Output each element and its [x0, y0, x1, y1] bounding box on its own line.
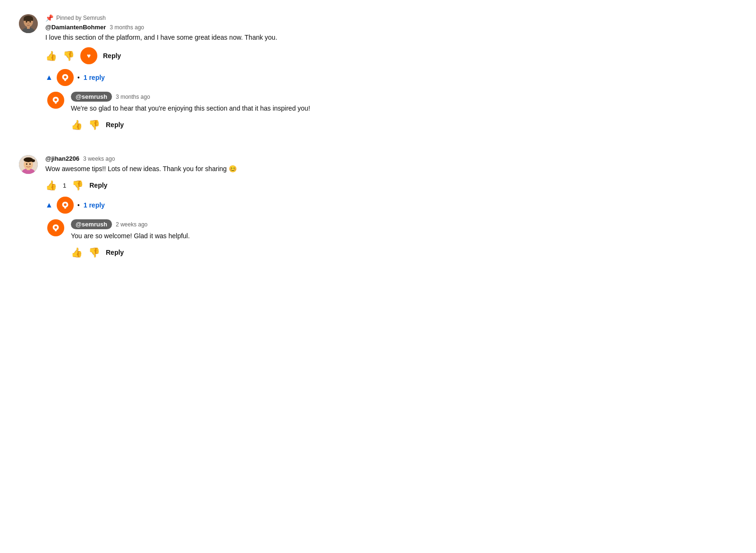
comment-2: @jihan2206 3 weeks ago Wow awesome tips!…: [19, 155, 737, 271]
svg-point-19: [31, 159, 35, 162]
svg-point-20: [26, 164, 27, 165]
semrush-avatar-toggle-2: [57, 197, 74, 214]
thumbs-down-button-2[interactable]: 👎: [72, 179, 84, 192]
reply-1-timestamp: 3 months ago: [116, 94, 150, 100]
thumbs-up-reply-1[interactable]: 👍: [71, 118, 83, 131]
replies-count-2[interactable]: 1 reply: [84, 201, 105, 209]
svg-rect-8: [27, 26, 30, 29]
timestamp-comment-2: 3 weeks ago: [83, 156, 115, 162]
reply-1: @semrush 3 months ago We're so glad to h…: [45, 92, 737, 136]
svg-rect-3: [24, 18, 33, 21]
avatar-damiantenbohmer: [19, 14, 38, 33]
pin-icon: 📌: [45, 14, 53, 22]
like-count-2: 1: [63, 182, 66, 189]
semrush-avatar-reply-1: [47, 92, 64, 109]
pinned-by-text: Pinned by Semrush: [56, 15, 106, 21]
reply-2-timestamp: 2 weeks ago: [116, 221, 147, 228]
svg-point-23: [64, 203, 67, 206]
reply-2-body: @semrush 2 weeks ago You are so welcome!…: [71, 219, 737, 264]
svg-point-12: [54, 98, 57, 101]
semrush-badge-2: @semrush: [71, 219, 112, 229]
reply-2-actions: 👍 👎 Reply: [71, 246, 737, 259]
comment-section: 📌 Pinned by Semrush @DamiantenBohmer 3 m…: [19, 9, 737, 287]
reply-button-reply-2[interactable]: Reply: [106, 247, 124, 258]
heart-reaction-1[interactable]: [80, 47, 97, 64]
thumbs-up-icon-reply-1: 👍: [71, 120, 83, 130]
thumbs-up-icon-reply-2: 👍: [71, 248, 83, 257]
thumbs-down-icon-reply-2: 👎: [88, 248, 100, 257]
thumbs-up-button-1[interactable]: 👍: [45, 49, 57, 62]
semrush-avatar-toggle-1: [57, 69, 74, 86]
comment-1-body: 📌 Pinned by Semrush @DamiantenBohmer 3 m…: [45, 14, 737, 144]
dot-1: •: [77, 74, 80, 81]
comment-1-actions: 👍 👎 Reply: [45, 47, 737, 64]
collapse-replies-2[interactable]: ▲: [45, 201, 53, 209]
svg-point-10: [64, 76, 67, 78]
thumbs-down-icon-reply-1: 👎: [88, 120, 100, 130]
reply-1-header: @semrush 3 months ago: [71, 92, 737, 102]
thumbs-up-icon: 👍: [45, 51, 57, 60]
replies-count-1[interactable]: 1 reply: [84, 74, 105, 81]
replies-toggle-1: ▲ • 1 reply: [45, 69, 737, 86]
thumbs-down-icon: 👎: [63, 51, 75, 60]
reply-button-1[interactable]: Reply: [103, 50, 121, 61]
thumbs-up-button-2[interactable]: 👍: [45, 179, 57, 192]
thumbs-up-icon-2: 👍: [45, 181, 57, 190]
svg-point-6: [28, 23, 29, 24]
reply-2-text: You are so welcome! Glad it was helpful.: [71, 231, 737, 241]
comment-2-text: Wow awesome tips!! Lots of new ideas. Th…: [45, 164, 737, 174]
thumbs-down-reply-1[interactable]: 👎: [88, 118, 100, 131]
avatar-jihan2206: [19, 155, 38, 174]
replies-toggle-2: ▲ • 1 reply: [45, 197, 737, 214]
svg-point-4: [26, 21, 27, 23]
thumbs-up-reply-2[interactable]: 👍: [71, 246, 83, 259]
reply-button-2[interactable]: Reply: [89, 180, 107, 191]
semrush-avatar-reply-2: [47, 219, 64, 236]
username-damiantenbohmer: @DamiantenBohmer: [45, 24, 106, 31]
comment-1-header: @DamiantenBohmer 3 months ago: [45, 24, 737, 31]
pinned-label: 📌 Pinned by Semrush: [45, 14, 737, 22]
reply-1-body: @semrush 3 months ago We're so glad to h…: [71, 92, 737, 136]
dot-2: •: [77, 201, 80, 209]
thumbs-down-button-1[interactable]: 👎: [63, 49, 75, 62]
comment-2-body: @jihan2206 3 weeks ago Wow awesome tips!…: [45, 155, 737, 271]
svg-point-25: [54, 226, 57, 229]
comment-1: 📌 Pinned by Semrush @DamiantenBohmer 3 m…: [19, 14, 737, 144]
comment-2-header: @jihan2206 3 weeks ago: [45, 155, 737, 162]
reply-2-header: @semrush 2 weeks ago: [71, 219, 737, 229]
reply-button-reply-1[interactable]: Reply: [106, 119, 124, 130]
username-jihan2206: @jihan2206: [45, 155, 79, 162]
svg-point-21: [29, 164, 31, 165]
thumbs-down-icon-2: 👎: [72, 181, 84, 190]
comment-1-text: I love this section of the platform, and…: [45, 33, 737, 43]
thumbs-down-reply-2[interactable]: 👎: [88, 246, 100, 259]
timestamp-comment-1: 3 months ago: [110, 24, 144, 31]
comment-2-actions: 👍 1 👎 Reply: [45, 179, 737, 192]
reply-2: @semrush 2 weeks ago You are so welcome!…: [45, 219, 737, 264]
reply-1-text: We're so glad to hear that you're enjoyi…: [71, 104, 737, 113]
reply-1-actions: 👍 👎 Reply: [71, 118, 737, 131]
collapse-replies-1[interactable]: ▲: [45, 73, 53, 82]
svg-point-5: [30, 21, 31, 23]
semrush-badge-1: @semrush: [71, 92, 112, 102]
